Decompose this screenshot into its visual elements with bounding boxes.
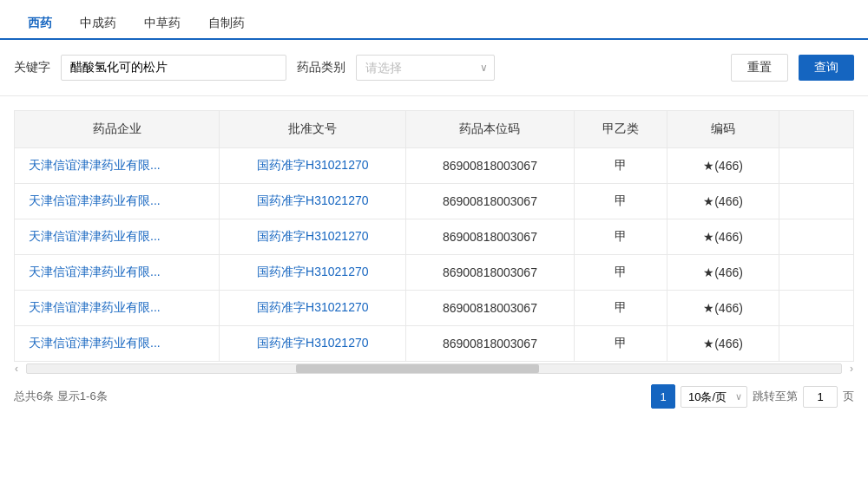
- table-row: 天津信谊津津药业有限...国药准字H3102127086900818003067…: [15, 148, 854, 184]
- cell-approval[interactable]: 国药准字H31021270: [220, 148, 406, 184]
- cell-encoding: ★(466): [667, 291, 779, 326]
- cell-company[interactable]: 天津信谊津津药业有限...: [15, 148, 220, 184]
- category-select[interactable]: 请选择: [356, 55, 495, 81]
- col-header-encoding: 编码: [667, 111, 779, 148]
- table-row: 天津信谊津津药业有限...国药准字H3102127086900818003067…: [15, 255, 854, 291]
- cell-type: 甲: [574, 184, 667, 219]
- scroll-left-arrow[interactable]: ‹: [15, 363, 18, 375]
- cell-approval[interactable]: 国药准字H31021270: [220, 219, 406, 255]
- page-size-wrapper: 10条/页 20条/页 50条/页: [681, 386, 747, 408]
- cell-code: 86900818003067: [406, 219, 574, 255]
- table-row: 天津信谊津津药业有限...国药准字H3102127086900818003067…: [15, 219, 854, 255]
- page-btn-1[interactable]: 1: [651, 384, 675, 409]
- cell-type: 甲: [574, 148, 667, 184]
- cell-action: [779, 255, 854, 291]
- scroll-right-arrow[interactable]: ›: [850, 363, 853, 375]
- table-row: 天津信谊津津药业有限...国药准字H3102127086900818003067…: [15, 326, 854, 362]
- cell-approval[interactable]: 国药准字H31021270: [220, 184, 406, 219]
- cell-code: 86900818003067: [406, 291, 574, 326]
- col-header-code: 药品本位码: [406, 111, 574, 148]
- cell-approval[interactable]: 国药准字H31021270: [220, 291, 406, 326]
- jump-label-prefix: 跳转至第: [753, 389, 798, 404]
- cell-action: [779, 184, 854, 219]
- cell-company[interactable]: 天津信谊津津药业有限...: [15, 326, 220, 362]
- cell-type: 甲: [574, 219, 667, 255]
- category-select-wrapper: 请选择: [356, 55, 495, 81]
- col-header-type: 甲乙类: [574, 111, 667, 148]
- col-header-action: [779, 111, 854, 148]
- search-bar: 关键字 药品类别 请选择 重置 查询: [0, 40, 868, 96]
- cell-approval[interactable]: 国药准字H31021270: [220, 255, 406, 291]
- cell-type: 甲: [574, 255, 667, 291]
- tab-chinese-herbal-medicine[interactable]: 中草药: [130, 9, 194, 38]
- keyword-input[interactable]: [61, 55, 286, 81]
- tabs-container: 西药 中成药 中草药 自制药: [0, 0, 868, 40]
- pagination-bar: 总共6条 显示1-6条 1 10条/页 20条/页 50条/页 跳转至第 页: [0, 376, 868, 417]
- cell-encoding: ★(466): [667, 255, 779, 291]
- cell-company[interactable]: 天津信谊津津药业有限...: [15, 255, 220, 291]
- category-label: 药品类别: [297, 60, 345, 75]
- results-table: 药品企业 批准文号 药品本位码 甲乙类 编码 天津信谊津津药业有限...国药准字…: [14, 110, 854, 362]
- query-button[interactable]: 查询: [799, 55, 854, 81]
- tab-western-medicine[interactable]: 西药: [14, 9, 66, 38]
- table-container: 药品企业 批准文号 药品本位码 甲乙类 编码 天津信谊津津药业有限...国药准字…: [0, 96, 868, 362]
- pagination-info: 总共6条 显示1-6条: [14, 389, 108, 404]
- cell-approval[interactable]: 国药准字H31021270: [220, 326, 406, 362]
- horizontal-scrollbar[interactable]: [26, 363, 842, 374]
- cell-code: 86900818003067: [406, 326, 574, 362]
- cell-code: 86900818003067: [406, 255, 574, 291]
- cell-type: 甲: [574, 326, 667, 362]
- scrollbar-thumb: [296, 364, 539, 373]
- table-row: 天津信谊津津药业有限...国药准字H3102127086900818003067…: [15, 291, 854, 326]
- keyword-label: 关键字: [14, 60, 50, 75]
- cell-action: [779, 219, 854, 255]
- col-header-approval: 批准文号: [220, 111, 406, 148]
- cell-company[interactable]: 天津信谊津津药业有限...: [15, 219, 220, 255]
- pagination-controls: 1 10条/页 20条/页 50条/页 跳转至第 页: [651, 384, 854, 409]
- table-header-row: 药品企业 批准文号 药品本位码 甲乙类 编码: [15, 111, 854, 148]
- cell-encoding: ★(466): [667, 219, 779, 255]
- scrollbar-container: ‹ ›: [0, 362, 868, 376]
- page-size-select[interactable]: 10条/页 20条/页 50条/页: [681, 386, 747, 408]
- cell-action: [779, 148, 854, 184]
- tab-chinese-patent-medicine[interactable]: 中成药: [66, 9, 130, 38]
- reset-button[interactable]: 重置: [731, 54, 788, 82]
- col-header-company: 药品企业: [15, 111, 220, 148]
- cell-company[interactable]: 天津信谊津津药业有限...: [15, 184, 220, 219]
- jump-label-suffix: 页: [843, 389, 854, 404]
- tab-self-made-medicine[interactable]: 自制药: [194, 9, 259, 38]
- cell-encoding: ★(466): [667, 148, 779, 184]
- cell-company[interactable]: 天津信谊津津药业有限...: [15, 291, 220, 326]
- cell-encoding: ★(466): [667, 184, 779, 219]
- table-row: 天津信谊津津药业有限...国药准字H3102127086900818003067…: [15, 184, 854, 219]
- cell-action: [779, 326, 854, 362]
- cell-action: [779, 291, 854, 326]
- cell-type: 甲: [574, 291, 667, 326]
- cell-code: 86900818003067: [406, 184, 574, 219]
- jump-input[interactable]: [803, 386, 838, 408]
- cell-encoding: ★(466): [667, 326, 779, 362]
- cell-code: 86900818003067: [406, 148, 574, 184]
